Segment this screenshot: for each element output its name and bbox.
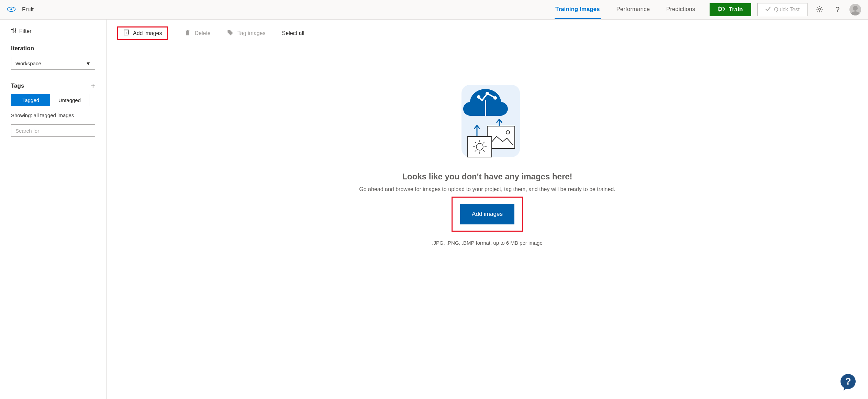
custom-vision-logo-icon (7, 6, 16, 13)
iteration-selected: Workspace (15, 60, 41, 66)
empty-hint: .JPG, .PNG, .BMP format, up to 6 MB per … (432, 240, 543, 246)
delete-label: Delete (195, 30, 211, 36)
svg-text:?: ? (845, 376, 851, 387)
add-images-center-highlight: Add images (452, 197, 523, 232)
tab-training-images[interactable]: Training Images (555, 0, 600, 19)
trash-icon (185, 30, 191, 37)
tag-images-label: Tag images (237, 30, 266, 36)
tag-icon (227, 30, 233, 37)
floating-help-button[interactable]: ? (838, 373, 858, 392)
svg-point-7 (819, 8, 821, 10)
svg-point-4 (719, 8, 720, 9)
project-name: Fruit (22, 6, 34, 13)
tag-search-input[interactable] (15, 128, 91, 134)
tags-header: Tags + (11, 82, 95, 90)
add-image-icon (123, 30, 129, 37)
filter-label: Filter (19, 28, 32, 34)
help-bubble-icon: ? (838, 373, 858, 393)
svg-point-2 (13, 8, 13, 9)
help-button[interactable]: ? (832, 4, 843, 15)
delete-button: Delete (185, 30, 211, 37)
upload-illustration-icon (451, 81, 523, 162)
train-button-label: Train (729, 6, 743, 13)
header: Fruit Training Images Performance Predic… (0, 0, 868, 20)
svg-point-1 (10, 8, 12, 10)
svg-point-15 (229, 31, 229, 32)
iteration-select[interactable]: Workspace ▼ (11, 57, 95, 70)
showing-text: Showing: all tagged images (11, 112, 95, 118)
question-icon: ? (835, 5, 839, 14)
svg-point-6 (723, 8, 724, 9)
sliders-icon (11, 28, 16, 35)
empty-description: Go ahead and browse for images to upload… (359, 186, 615, 192)
svg-point-11 (13, 31, 14, 32)
train-button[interactable]: Train (710, 3, 751, 16)
svg-rect-22 (468, 136, 492, 157)
add-tag-button[interactable]: + (91, 82, 95, 90)
empty-title: Looks like you don't have any images her… (402, 172, 572, 181)
gear-icon (816, 6, 823, 14)
quick-test-button[interactable]: Quick Test (757, 3, 808, 16)
empty-state: Looks like you don't have any images her… (107, 47, 868, 246)
toggle-tagged[interactable]: Tagged (11, 94, 50, 106)
check-icon (765, 7, 771, 13)
filter-row[interactable]: Filter (11, 28, 95, 35)
tag-filter-toggle: Tagged Untagged (11, 94, 89, 106)
chevron-down-icon: ▼ (86, 60, 91, 66)
header-actions: Train Quick Test ? (710, 3, 861, 16)
tab-predictions[interactable]: Predictions (666, 0, 696, 19)
add-images-highlight: Add images (117, 26, 168, 40)
tag-images-button: Tag images (227, 30, 266, 37)
gears-icon (718, 6, 725, 14)
tab-performance[interactable]: Performance (616, 0, 650, 19)
svg-point-13 (15, 29, 16, 30)
header-left: Fruit (7, 6, 34, 13)
add-images-center-button[interactable]: Add images (460, 204, 514, 224)
select-all-label: Select all (282, 30, 304, 36)
settings-button[interactable] (814, 4, 825, 15)
iteration-label: Iteration (11, 45, 95, 52)
user-avatar[interactable] (849, 4, 861, 15)
header-nav: Training Images Performance Predictions (555, 0, 696, 19)
svg-point-9 (11, 29, 12, 30)
body: Filter Iteration Workspace ▼ Tags + Tagg… (0, 20, 868, 399)
sidebar: Filter Iteration Workspace ▼ Tags + Tagg… (0, 20, 107, 399)
tag-search-box[interactable] (11, 124, 95, 137)
add-images-label: Add images (133, 30, 162, 36)
toggle-untagged[interactable]: Untagged (50, 94, 89, 106)
select-all-button[interactable]: Select all (282, 30, 304, 36)
add-images-button[interactable]: Add images (123, 30, 162, 37)
toolbar: Add images Delete Tag images (107, 20, 868, 47)
tags-label: Tags (11, 82, 24, 89)
quick-test-button-label: Quick Test (774, 7, 800, 13)
main: Add images Delete Tag images (107, 20, 868, 399)
